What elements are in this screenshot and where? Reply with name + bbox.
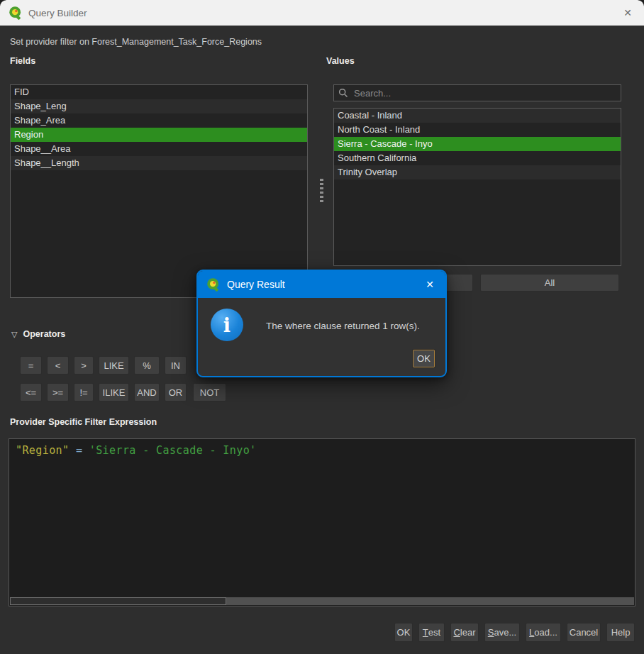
- list-item[interactable]: Sierra - Cascade - Inyo: [334, 137, 621, 151]
- values-search: [333, 84, 621, 101]
- filter-expression-editor[interactable]: "Region" = 'Sierra - Cascade - Inyo': [9, 438, 635, 606]
- test-button[interactable]: Test: [418, 623, 445, 642]
- expression-text[interactable]: "Region" = 'Sierra - Cascade - Inyo': [9, 439, 635, 462]
- list-item[interactable]: North Coast - Inland: [334, 123, 621, 137]
- qgis-logo-icon: [206, 277, 221, 292]
- query-result-body: i The where clause returned 1 row(s). OK: [198, 298, 445, 376]
- load-button[interactable]: Load...: [526, 623, 561, 642]
- operator-button[interactable]: >: [74, 356, 94, 375]
- query-result-dialog: Query Result ✕ i The where clause return…: [196, 270, 447, 377]
- operator-button[interactable]: %: [134, 356, 160, 375]
- operators-row-2: <=>=!=ILIKEANDORNOT: [20, 383, 226, 401]
- expression-label: Provider Specific Filter Expression: [10, 417, 157, 427]
- expression-token: 'Sierra - Cascade - Inyo': [89, 444, 257, 457]
- window-titlebar[interactable]: Query Builder ✕: [0, 0, 644, 26]
- expression-token: =: [69, 444, 89, 457]
- save-button[interactable]: Save...: [484, 623, 520, 642]
- operator-button[interactable]: NOT: [193, 383, 226, 401]
- operators-label[interactable]: Operators: [23, 329, 65, 339]
- expression-token: "Region": [16, 444, 69, 457]
- values-list[interactable]: Coastal - InlandNorth Coast - InlandSier…: [333, 108, 621, 266]
- all-button[interactable]: All: [480, 274, 619, 292]
- list-item[interactable]: Region: [11, 128, 307, 142]
- operator-button[interactable]: AND: [134, 383, 160, 401]
- ok-button[interactable]: OK: [394, 623, 413, 642]
- dialog-button-box: OKTestClearSave...Load...CancelHelp: [394, 623, 635, 642]
- operator-button[interactable]: IN: [165, 356, 187, 375]
- info-icon: i: [211, 309, 243, 341]
- clear-button[interactable]: Clear: [450, 623, 479, 642]
- cancel-button[interactable]: Cancel: [567, 623, 601, 642]
- fields-label: Fields: [10, 56, 35, 66]
- list-item[interactable]: Shape__Area: [11, 142, 307, 156]
- scrollbar-thumb[interactable]: [10, 597, 226, 605]
- operators-row-1: =<>LIKE%IN: [20, 356, 187, 375]
- query-builder-window: Query Builder ✕ Set provider filter on F…: [0, 0, 644, 654]
- ok-button[interactable]: OK: [413, 350, 435, 367]
- values-label: Values: [326, 56, 355, 66]
- operator-button[interactable]: OR: [165, 383, 187, 401]
- list-item[interactable]: Shape_Area: [11, 113, 307, 128]
- fields-list[interactable]: FIDShape_LengShape_AreaRegionShape__Area…: [10, 84, 308, 298]
- list-item[interactable]: Shape__Length: [11, 156, 307, 170]
- query-result-message: The where clause returned 1 row(s).: [266, 321, 420, 331]
- search-icon: [338, 88, 348, 98]
- panel-splitter-handle[interactable]: [318, 179, 324, 207]
- operator-button[interactable]: !=: [74, 383, 94, 401]
- operator-button[interactable]: =: [20, 356, 42, 375]
- list-item[interactable]: Coastal - Inland: [334, 109, 621, 123]
- list-item[interactable]: Southern California: [334, 151, 621, 165]
- help-button[interactable]: Help: [606, 623, 635, 642]
- qgis-logo-icon: [9, 6, 23, 20]
- operator-button[interactable]: <=: [20, 383, 42, 401]
- collapse-triangle-icon[interactable]: ▽: [11, 330, 17, 339]
- close-icon[interactable]: ✕: [611, 0, 644, 26]
- list-item[interactable]: Trinity Overlap: [334, 165, 621, 179]
- operator-button[interactable]: >=: [47, 383, 69, 401]
- filter-target-label: Set provider filter on Forest_Management…: [10, 37, 262, 47]
- query-result-titlebar[interactable]: Query Result ✕: [198, 271, 445, 298]
- search-input[interactable]: [352, 87, 616, 99]
- window-title: Query Builder: [28, 8, 87, 18]
- query-result-title: Query Result: [227, 279, 285, 290]
- horizontal-scrollbar[interactable]: [10, 597, 634, 605]
- operator-button[interactable]: ILIKE: [99, 383, 129, 401]
- list-item[interactable]: Shape_Leng: [11, 99, 307, 113]
- list-item[interactable]: FID: [11, 85, 307, 99]
- operator-button[interactable]: <: [47, 356, 69, 375]
- close-icon[interactable]: ✕: [414, 271, 445, 298]
- operator-button[interactable]: LIKE: [99, 356, 129, 375]
